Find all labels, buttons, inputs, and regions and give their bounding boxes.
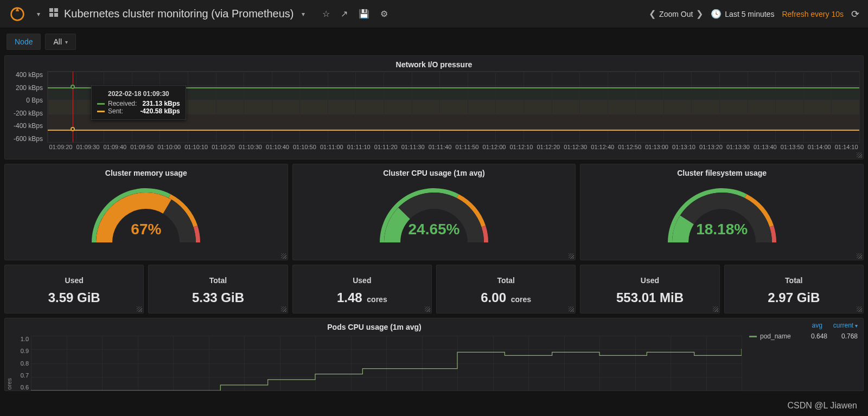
stat-value: 1.48 cores bbox=[337, 290, 387, 305]
dashboard-picker[interactable]: Kubernetes cluster monitoring (via Prome… bbox=[49, 8, 305, 20]
panel-title: Cluster CPU usage (1m avg) bbox=[293, 164, 576, 180]
time-controls: ❮ Zoom Out ❯ 🕓 Last 5 minutes Refresh ev… bbox=[649, 8, 859, 20]
stats-row: Used 3.59 GiB Total 5.33 GiB Used 1.48 c… bbox=[4, 265, 864, 313]
stat-label: Total bbox=[209, 276, 227, 285]
stat-panel[interactable]: Total 5.33 GiB bbox=[148, 265, 288, 313]
panel-title: Cluster filesystem usage bbox=[580, 164, 863, 180]
clock-icon: 🕓 bbox=[711, 9, 722, 19]
var-node-value: All bbox=[53, 37, 62, 46]
dashboard-panels: Network I/O pressure 400 kBps200 kBps0 B… bbox=[0, 55, 868, 391]
svg-rect-4 bbox=[49, 13, 53, 17]
gauge-value: 24.65% bbox=[293, 221, 576, 238]
x-axis: 01:09:2001:09:3001:09:4001:09:5001:10:00… bbox=[47, 144, 860, 152]
stat-label: Total bbox=[497, 276, 514, 285]
stat-label: Used bbox=[641, 276, 659, 285]
legend-avg: 0.648 bbox=[800, 332, 827, 340]
y-axis: 400 kBps200 kBps0 Bps-200 kBps-400 kBps-… bbox=[8, 71, 46, 143]
panel-title: Network I/O pressure bbox=[5, 56, 863, 71]
legend-row[interactable]: pod_name 0.648 0.768 bbox=[749, 332, 858, 340]
time-range-picker[interactable]: 🕓 Last 5 minutes bbox=[711, 9, 774, 19]
chevron-right-icon: ❯ bbox=[696, 9, 703, 19]
resize-handle-icon[interactable] bbox=[425, 306, 430, 312]
settings-icon[interactable]: ⚙ bbox=[380, 9, 388, 19]
stat-value: 6.00 cores bbox=[481, 290, 531, 305]
y-axis-unit: ores bbox=[6, 378, 12, 389]
watermark: CSDN @L Jiawen bbox=[787, 401, 857, 411]
hover-cursor bbox=[73, 72, 73, 142]
pods-chart-area: Pods CPU usage (1m avg) 1.00.90.80.70.6 … bbox=[5, 318, 744, 391]
chevron-down-icon[interactable]: ▾ bbox=[37, 10, 40, 18]
resize-handle-icon[interactable] bbox=[857, 306, 862, 312]
topbar: ▾ Kubernetes cluster monitoring (via Pro… bbox=[0, 0, 868, 28]
dashboard-title: Kubernetes cluster monitoring (via Prome… bbox=[64, 8, 294, 20]
dashboard-icon bbox=[49, 8, 59, 20]
refresh-interval[interactable]: Refresh every 10s bbox=[782, 10, 844, 18]
resize-handle-icon[interactable] bbox=[137, 306, 142, 312]
legend-name: pod_name bbox=[760, 332, 797, 340]
panel-title: Pods CPU usage (1m avg) bbox=[5, 318, 744, 334]
stat-value: 553.01 MiB bbox=[616, 290, 684, 305]
tooltip-time: 2022-02-18 01:09:30 bbox=[97, 90, 180, 98]
var-node-dropdown[interactable]: All ▾ bbox=[45, 34, 76, 50]
time-range-label: Last 5 minutes bbox=[725, 10, 774, 18]
resize-handle-icon[interactable] bbox=[569, 306, 574, 312]
stat-label: Used bbox=[353, 276, 371, 285]
toolbar-actions: ☆ ↗ 💾 ⚙ bbox=[322, 9, 388, 19]
stat-label: Used bbox=[65, 276, 84, 285]
star-icon[interactable]: ☆ bbox=[322, 9, 330, 19]
stat-panel[interactable]: Used 3.59 GiB bbox=[4, 265, 144, 313]
svg-rect-2 bbox=[49, 8, 53, 12]
svg-rect-5 bbox=[54, 13, 58, 17]
chart-tooltip: 2022-02-18 01:09:30 Received:231.13 kBps… bbox=[91, 85, 186, 120]
panel-title: Cluster memory usage bbox=[5, 164, 288, 180]
resize-handle-icon[interactable] bbox=[857, 253, 862, 259]
plot-area bbox=[31, 336, 742, 391]
resize-handle-icon[interactable] bbox=[713, 306, 718, 312]
panel-pods-cpu[interactable]: Pods CPU usage (1m avg) 1.00.90.80.70.6 … bbox=[4, 318, 864, 391]
stat-value: 5.33 GiB bbox=[192, 290, 244, 305]
stat-panel[interactable]: Used 553.01 MiB bbox=[580, 265, 719, 313]
var-node-label: Node bbox=[7, 34, 41, 50]
legend-swatch bbox=[749, 336, 757, 337]
stat-panel[interactable]: Total 2.97 GiB bbox=[724, 265, 864, 313]
gauge-value: 18.18% bbox=[580, 221, 863, 238]
chevron-down-icon: ▾ bbox=[65, 39, 68, 45]
panel-memory-gauge[interactable]: Cluster memory usage 67% bbox=[4, 164, 288, 260]
stat-label: Total bbox=[785, 276, 802, 285]
stat-panel[interactable]: Used 1.48 cores bbox=[292, 265, 432, 313]
panel-cpu-gauge[interactable]: Cluster CPU usage (1m avg) 24.65% bbox=[292, 164, 576, 260]
pods-legend: avg current pod_name 0.648 0.768 bbox=[744, 318, 863, 391]
resize-handle-icon[interactable] bbox=[569, 253, 574, 259]
refresh-icon[interactable]: ⟳ bbox=[851, 8, 859, 20]
svg-rect-3 bbox=[54, 8, 58, 12]
stat-panel[interactable]: Total 6.00 cores bbox=[436, 265, 576, 313]
stat-value: 3.59 GiB bbox=[48, 290, 100, 305]
zoom-out-label: Zoom Out bbox=[659, 10, 693, 18]
resize-handle-icon[interactable] bbox=[281, 306, 286, 312]
resize-handle-icon[interactable] bbox=[857, 152, 862, 158]
svg-point-1 bbox=[15, 11, 20, 16]
grafana-logo-icon[interactable] bbox=[9, 5, 26, 23]
stat-value: 2.97 GiB bbox=[768, 290, 820, 305]
legend-header[interactable]: avg current bbox=[749, 322, 858, 329]
save-icon[interactable]: 💾 bbox=[359, 9, 369, 19]
plot-area: 2022-02-18 01:09:30 Received:231.13 kBps… bbox=[47, 71, 860, 143]
panel-network-io[interactable]: Network I/O pressure 400 kBps200 kBps0 B… bbox=[4, 55, 864, 159]
gauge-row: Cluster memory usage 67% Cluster CPU usa… bbox=[4, 164, 864, 260]
resize-handle-icon[interactable] bbox=[281, 253, 286, 259]
panel-fs-gauge[interactable]: Cluster filesystem usage 18.18% bbox=[580, 164, 864, 260]
gauge-value: 67% bbox=[5, 221, 288, 238]
template-var-row: Node All ▾ bbox=[0, 28, 868, 55]
chevron-down-icon: ▾ bbox=[302, 10, 305, 18]
chevron-left-icon: ❮ bbox=[649, 9, 656, 19]
zoom-out-button[interactable]: ❮ Zoom Out ❯ bbox=[649, 9, 703, 19]
share-icon[interactable]: ↗ bbox=[341, 9, 348, 19]
legend-current: 0.768 bbox=[831, 332, 858, 340]
network-chart: 400 kBps200 kBps0 Bps-200 kBps-400 kBps-… bbox=[8, 71, 860, 152]
